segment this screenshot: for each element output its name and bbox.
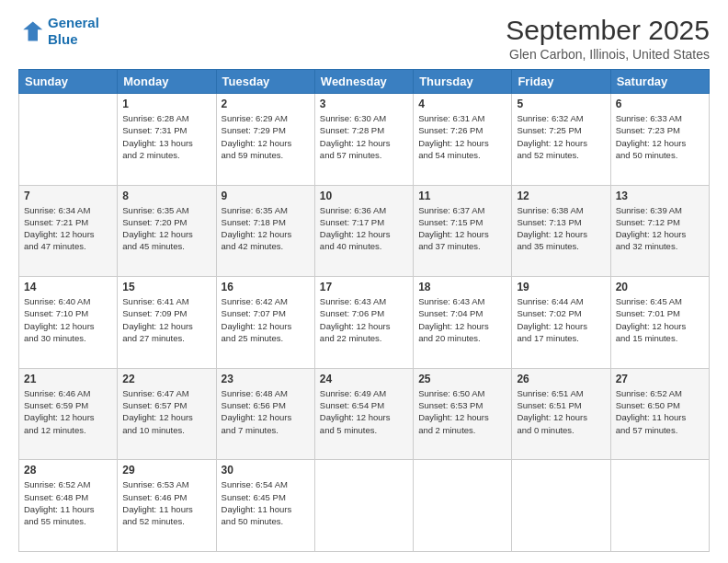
day-number: 22 [122, 373, 210, 385]
day-info: Sunrise: 6:36 AMSunset: 7:17 PMDaylight:… [320, 204, 408, 253]
table-row: 28Sunrise: 6:52 AMSunset: 6:48 PMDayligh… [19, 460, 118, 552]
table-row: 18Sunrise: 6:43 AMSunset: 7:04 PMDayligh… [414, 277, 512, 369]
table-row: 5Sunrise: 6:32 AMSunset: 7:25 PMDaylight… [512, 94, 610, 186]
table-row: 20Sunrise: 6:45 AMSunset: 7:01 PMDayligh… [610, 277, 709, 369]
table-row: 19Sunrise: 6:44 AMSunset: 7:02 PMDayligh… [512, 277, 610, 369]
col-thursday: Thursday [414, 70, 512, 94]
logo-line1: General [48, 15, 99, 30]
table-row: 9Sunrise: 6:35 AMSunset: 7:18 PMDaylight… [216, 185, 314, 277]
logo-icon [18, 18, 44, 44]
day-number: 17 [320, 281, 408, 293]
table-row: 8Sunrise: 6:35 AMSunset: 7:20 PMDaylight… [118, 185, 216, 277]
table-row [512, 460, 610, 552]
table-row: 1Sunrise: 6:28 AMSunset: 7:31 PMDaylight… [118, 94, 216, 186]
day-info: Sunrise: 6:45 AMSunset: 7:01 PMDaylight:… [616, 295, 704, 344]
subtitle: Glen Carbon, Illinois, United States [506, 47, 710, 62]
day-info: Sunrise: 6:51 AMSunset: 6:51 PMDaylight:… [517, 387, 605, 436]
day-info: Sunrise: 6:30 AMSunset: 7:28 PMDaylight:… [320, 112, 408, 161]
logo-line2: Blue [48, 31, 78, 47]
day-info: Sunrise: 6:34 AMSunset: 7:21 PMDaylight:… [24, 204, 112, 253]
day-number: 9 [222, 190, 310, 202]
day-number: 18 [418, 281, 506, 293]
day-number: 3 [320, 98, 408, 110]
main-title: September 2025 [506, 15, 710, 45]
day-info: Sunrise: 6:48 AMSunset: 6:56 PMDaylight:… [222, 387, 310, 436]
day-info: Sunrise: 6:54 AMSunset: 6:45 PMDaylight:… [222, 478, 310, 527]
table-row [19, 94, 118, 186]
col-friday: Friday [512, 70, 610, 94]
col-saturday: Saturday [610, 70, 709, 94]
day-number: 21 [24, 373, 112, 385]
table-row: 12Sunrise: 6:38 AMSunset: 7:13 PMDayligh… [512, 185, 610, 277]
table-row: 26Sunrise: 6:51 AMSunset: 6:51 PMDayligh… [512, 368, 610, 460]
day-number: 10 [320, 190, 408, 202]
day-number: 26 [517, 373, 605, 385]
day-number: 5 [517, 98, 605, 110]
calendar-table: Sunday Monday Tuesday Wednesday Thursday… [18, 69, 710, 552]
day-info: Sunrise: 6:31 AMSunset: 7:26 PMDaylight:… [418, 112, 506, 161]
day-number: 30 [222, 464, 310, 477]
day-info: Sunrise: 6:28 AMSunset: 7:31 PMDaylight:… [122, 112, 210, 161]
day-info: Sunrise: 6:43 AMSunset: 7:06 PMDaylight:… [320, 295, 408, 344]
day-info: Sunrise: 6:32 AMSunset: 7:25 PMDaylight:… [517, 112, 605, 161]
day-info: Sunrise: 6:42 AMSunset: 7:07 PMDaylight:… [222, 295, 310, 344]
header: General Blue September 2025 Glen Carbon,… [18, 15, 710, 62]
table-row: 14Sunrise: 6:40 AMSunset: 7:10 PMDayligh… [19, 277, 118, 369]
day-number: 14 [24, 281, 112, 293]
table-row: 29Sunrise: 6:53 AMSunset: 6:46 PMDayligh… [118, 460, 216, 552]
table-row: 11Sunrise: 6:37 AMSunset: 7:15 PMDayligh… [414, 185, 512, 277]
table-row: 30Sunrise: 6:54 AMSunset: 6:45 PMDayligh… [216, 460, 314, 552]
calendar-week-row: 14Sunrise: 6:40 AMSunset: 7:10 PMDayligh… [19, 277, 710, 369]
table-row: 27Sunrise: 6:52 AMSunset: 6:50 PMDayligh… [610, 368, 709, 460]
day-info: Sunrise: 6:52 AMSunset: 6:48 PMDaylight:… [24, 478, 112, 527]
col-wednesday: Wednesday [314, 70, 413, 94]
day-number: 15 [122, 281, 210, 293]
table-row [610, 460, 709, 552]
table-row: 25Sunrise: 6:50 AMSunset: 6:53 PMDayligh… [414, 368, 512, 460]
table-row: 24Sunrise: 6:49 AMSunset: 6:54 PMDayligh… [314, 368, 413, 460]
day-info: Sunrise: 6:40 AMSunset: 7:10 PMDaylight:… [24, 295, 112, 344]
calendar-header-row: Sunday Monday Tuesday Wednesday Thursday… [19, 70, 710, 94]
day-number: 27 [616, 373, 704, 385]
day-info: Sunrise: 6:37 AMSunset: 7:15 PMDaylight:… [418, 204, 506, 253]
day-info: Sunrise: 6:35 AMSunset: 7:20 PMDaylight:… [122, 204, 210, 253]
calendar-week-row: 21Sunrise: 6:46 AMSunset: 6:59 PMDayligh… [19, 368, 710, 460]
table-row: 6Sunrise: 6:33 AMSunset: 7:23 PMDaylight… [610, 94, 709, 186]
calendar-week-row: 28Sunrise: 6:52 AMSunset: 6:48 PMDayligh… [19, 460, 710, 552]
day-info: Sunrise: 6:50 AMSunset: 6:53 PMDaylight:… [418, 387, 506, 436]
table-row: 3Sunrise: 6:30 AMSunset: 7:28 PMDaylight… [314, 94, 413, 186]
day-number: 23 [222, 373, 310, 385]
table-row [414, 460, 512, 552]
day-info: Sunrise: 6:44 AMSunset: 7:02 PMDaylight:… [517, 295, 605, 344]
day-number: 4 [418, 98, 506, 110]
table-row: 23Sunrise: 6:48 AMSunset: 6:56 PMDayligh… [216, 368, 314, 460]
logo: General Blue [18, 15, 99, 48]
page: General Blue September 2025 Glen Carbon,… [0, 0, 728, 563]
col-monday: Monday [118, 70, 216, 94]
day-number: 25 [418, 373, 506, 385]
day-number: 11 [418, 190, 506, 202]
calendar-week-row: 7Sunrise: 6:34 AMSunset: 7:21 PMDaylight… [19, 185, 710, 277]
day-number: 24 [320, 373, 408, 385]
table-row: 7Sunrise: 6:34 AMSunset: 7:21 PMDaylight… [19, 185, 118, 277]
day-number: 6 [616, 98, 704, 110]
day-number: 1 [122, 98, 210, 110]
table-row: 15Sunrise: 6:41 AMSunset: 7:09 PMDayligh… [118, 277, 216, 369]
day-number: 13 [616, 190, 704, 202]
table-row [314, 460, 413, 552]
day-number: 16 [222, 281, 310, 293]
day-info: Sunrise: 6:29 AMSunset: 7:29 PMDaylight:… [222, 112, 310, 161]
day-info: Sunrise: 6:35 AMSunset: 7:18 PMDaylight:… [222, 204, 310, 253]
table-row: 22Sunrise: 6:47 AMSunset: 6:57 PMDayligh… [118, 368, 216, 460]
table-row: 2Sunrise: 6:29 AMSunset: 7:29 PMDaylight… [216, 94, 314, 186]
day-info: Sunrise: 6:46 AMSunset: 6:59 PMDaylight:… [24, 387, 112, 436]
day-number: 12 [517, 190, 605, 202]
table-row: 17Sunrise: 6:43 AMSunset: 7:06 PMDayligh… [314, 277, 413, 369]
day-info: Sunrise: 6:49 AMSunset: 6:54 PMDaylight:… [320, 387, 408, 436]
table-row: 21Sunrise: 6:46 AMSunset: 6:59 PMDayligh… [19, 368, 118, 460]
day-number: 19 [517, 281, 605, 293]
day-number: 2 [222, 98, 310, 110]
day-info: Sunrise: 6:39 AMSunset: 7:12 PMDaylight:… [616, 204, 704, 253]
table-row: 13Sunrise: 6:39 AMSunset: 7:12 PMDayligh… [610, 185, 709, 277]
table-row: 10Sunrise: 6:36 AMSunset: 7:17 PMDayligh… [314, 185, 413, 277]
